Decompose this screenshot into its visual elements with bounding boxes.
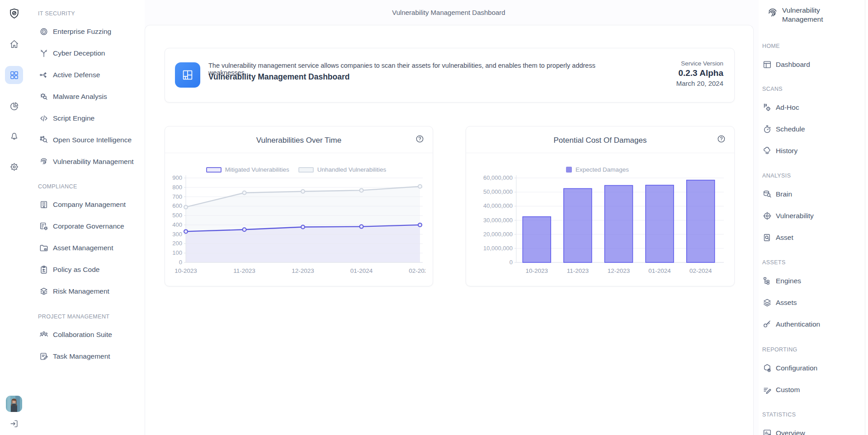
sidebar-item-engines[interactable]: Engines [759, 270, 868, 292]
sidebar-item-company-management[interactable]: Company Management [28, 194, 145, 215]
right-sidebar-title-line1: Vulnerability [782, 6, 823, 15]
globe-target-icon [762, 211, 772, 221]
people-icon [39, 330, 49, 340]
gear-icon[interactable] [5, 158, 23, 176]
sidebar-item-label: Task Management [53, 352, 110, 360]
bug-search-icon [39, 92, 49, 102]
sidebar-item-label: Configuration [776, 364, 817, 372]
avatar-image [6, 396, 22, 412]
chart-title: Vulnerabilities Over Time [165, 136, 433, 145]
sidebar-item-label: Ad-Hoc [776, 103, 799, 112]
sidebar-item-policy-as-code[interactable]: Policy as Code [28, 259, 145, 281]
svg-text:50,000,000: 50,000,000 [483, 188, 513, 195]
sidebar-item-risk-management[interactable]: Risk Management [28, 281, 145, 302]
svg-text:0: 0 [509, 259, 513, 266]
stopwatch-icon [762, 124, 772, 134]
sidebar-item-malware-analysis[interactable]: Malware Analysis [28, 86, 145, 108]
sidebar-item-label: Vulnerability Management [53, 158, 134, 166]
sidebar-item-label: Corporate Governance [53, 222, 124, 230]
sidebar-item-task-management[interactable]: Task Management [28, 346, 145, 367]
service-version-block: Service Version 0.2.3 Alpha March 20, 20… [676, 60, 723, 87]
sidebar-item-schedule[interactable]: Schedule [759, 118, 868, 140]
sidebar-item-active-defense[interactable]: Active Defense [28, 64, 145, 86]
fingerprint-icon [39, 157, 49, 167]
sidebar-item-assets[interactable]: Assets [759, 292, 868, 313]
sidebar-item-label: Enterprise Fuzzing [53, 28, 111, 36]
svg-text:200: 200 [172, 240, 182, 247]
sidebar-item-configuration[interactable]: Configuration [759, 357, 868, 379]
sidebar-item-enterprise-fuzzing[interactable]: Enterprise Fuzzing [28, 21, 145, 42]
svg-text:12-2023: 12-2023 [292, 267, 314, 274]
chart-gear-icon [762, 428, 772, 435]
sidebar-item-label: Asset [776, 234, 793, 242]
hexagon-gear-icon [762, 363, 772, 373]
sidebar-item-corporate-governance[interactable]: Corporate Governance [28, 215, 145, 237]
sidebar-item-label: Malware Analysis [53, 93, 107, 101]
service-header-card: The vulnerability management service all… [165, 48, 735, 103]
sidebar-item-script-engine[interactable]: Script Engine [28, 108, 145, 129]
avatar[interactable] [6, 396, 22, 412]
fingerprint-icon [766, 7, 779, 19]
network-search-icon [39, 135, 49, 145]
svg-text:900: 900 [172, 174, 182, 181]
main-panel: The vulnerability management service all… [145, 25, 754, 435]
sidebar-item-asset[interactable]: Asset [759, 227, 868, 248]
database-search-icon [762, 189, 772, 199]
sidebar-item-label: Risk Management [53, 287, 109, 295]
sidebar-item-brain[interactable]: Brain [759, 183, 868, 205]
right-sidebar: Vulnerability Management HOMEDashboardSC… [759, 0, 868, 435]
right-sidebar-title: Vulnerability Management [782, 6, 823, 24]
svg-text:100: 100 [172, 249, 182, 256]
sidebar-item-label: Assets [776, 299, 797, 307]
service-title: Vulnerability Management Dashboard [208, 72, 349, 82]
scrollbar-track[interactable] [865, 0, 865, 435]
svg-text:01-2024: 01-2024 [648, 267, 671, 274]
vulnerabilities-over-time-card: Vulnerabilities Over Time Mitigated Vuln… [165, 126, 433, 286]
sidebar-item-label: Asset Management [53, 244, 113, 252]
divider [466, 153, 734, 153]
cloud-history-icon [762, 146, 772, 156]
page-title: Vulnerability Management Dashboard [145, 0, 753, 25]
svg-text:11-2023: 11-2023 [233, 267, 255, 274]
svg-text:800: 800 [172, 184, 182, 191]
sidebar-item-asset-management[interactable]: Asset Management [28, 237, 145, 259]
pen-lines-icon [762, 385, 772, 395]
home-icon[interactable] [5, 35, 23, 53]
bell-icon[interactable] [5, 127, 23, 145]
sidebar-item-history[interactable]: History [759, 140, 868, 162]
sidebar-item-open-source-intelligence[interactable]: Open Source Intelligence [28, 129, 145, 151]
svg-text:20,000,000: 20,000,000 [483, 231, 513, 238]
potential-cost-card: Potential Cost Of Damages Expected Damag… [466, 126, 735, 286]
document-search-icon [762, 233, 772, 243]
key-icon [762, 319, 772, 329]
sidebar-item-authentication[interactable]: Authentication [759, 313, 868, 335]
sidebar-item-custom[interactable]: Custom [759, 379, 868, 401]
logo-shield-icon[interactable] [5, 5, 23, 23]
apps-grid-icon[interactable] [5, 66, 23, 84]
sidebar-item-label: Overview [776, 429, 805, 435]
help-icon[interactable] [415, 134, 425, 144]
pie-chart-icon[interactable] [5, 97, 23, 115]
svg-text:500: 500 [172, 212, 182, 219]
sidebar-item-collaboration-suite[interactable]: Collaboration Suite [28, 324, 145, 346]
logout-icon[interactable] [5, 415, 23, 433]
code-icon [39, 113, 49, 123]
potential-cost-chart: 010,000,00020,000,00030,000,00040,000,00… [473, 172, 726, 285]
left-sidebar: IT SECURITYEnterprise FuzzingCyber Decep… [28, 0, 145, 435]
sidebar-item-cyber-deception[interactable]: Cyber Deception [28, 42, 145, 64]
sidebar-item-ad-hoc[interactable]: Ad-Hoc [759, 97, 868, 118]
help-icon[interactable] [717, 134, 726, 144]
sidebar-item-label: Cyber Deception [53, 49, 105, 57]
sidebar-item-overview[interactable]: Overview [759, 422, 868, 435]
svg-text:02-2024: 02-2024 [409, 267, 425, 274]
target-icon [39, 27, 49, 37]
svg-text:600: 600 [172, 202, 182, 209]
svg-text:01-2024: 01-2024 [350, 267, 373, 274]
sidebar-item-vulnerability-management[interactable]: Vulnerability Management [28, 151, 145, 173]
sidebar-item-vulnerability[interactable]: Vulnerability [759, 205, 868, 227]
sidebar-item-dashboard[interactable]: Dashboard [759, 54, 868, 75]
sidebar-item-label: Open Source Intelligence [53, 136, 132, 144]
svg-text:300: 300 [172, 231, 182, 238]
sidebar-item-label: Vulnerability [776, 212, 814, 220]
sidebar-item-label: Collaboration Suite [53, 331, 112, 339]
